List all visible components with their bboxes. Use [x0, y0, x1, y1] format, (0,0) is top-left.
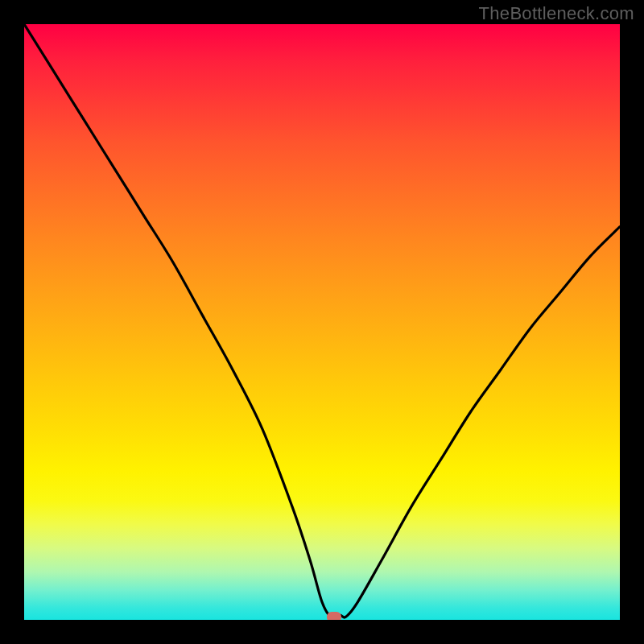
watermark-text: TheBottleneck.com: [479, 3, 634, 24]
chart-frame: TheBottleneck.com: [0, 0, 644, 644]
plot-area: [24, 24, 620, 620]
curve-path: [24, 24, 620, 617]
bottleneck-curve: [24, 24, 620, 620]
